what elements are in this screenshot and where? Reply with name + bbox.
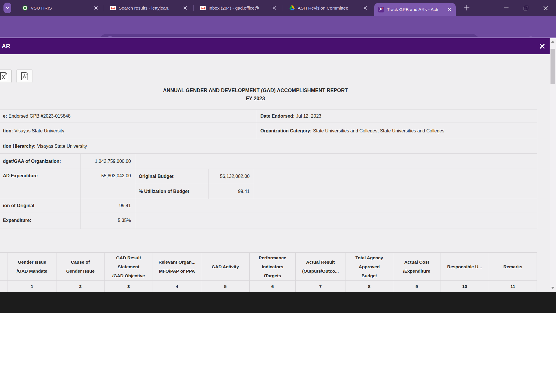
utilization-value-cell: 99.41 <box>209 184 254 199</box>
column-header-line: (Outputs/Outco... <box>302 267 339 276</box>
window-minimize-button[interactable] <box>499 0 513 16</box>
original-budget-label-cell: Original Budget <box>135 169 209 184</box>
tab-label: VSU HRIS <box>31 6 90 11</box>
table-row: Original Budget 56,132,082.00 <box>135 169 254 184</box>
tab-close-icon[interactable] <box>447 7 452 12</box>
organization-category-cell: Organization Category: State Universitie… <box>256 123 537 139</box>
column-header-line: /Expenditure <box>403 267 430 276</box>
report-overlay-header: AR <box>0 38 550 54</box>
overlay-title: AR <box>2 38 10 54</box>
tab-vsu-hris[interactable]: VSU HRIS <box>18 0 103 16</box>
tab-close-icon[interactable] <box>363 6 368 11</box>
column-header-line: /GAD Objective <box>112 271 145 280</box>
overlay-close-button[interactable] <box>536 38 548 54</box>
column-header-cell <box>0 253 8 280</box>
column-header-cell: Relevant Organ... MFO/PAP or PPA <box>153 253 201 280</box>
utilization-original-label-cell: ion of Original <box>0 199 81 212</box>
gad-expenditure-pct-value-cell: 5.35% <box>81 212 135 229</box>
scrollbar-thumb[interactable] <box>550 49 555 84</box>
tab-close-icon[interactable] <box>272 6 277 11</box>
tab-track-gpb-active[interactable]: Track GPB and ARs - Acti <box>374 3 456 16</box>
column-header-line: Approved <box>359 262 380 271</box>
export-excel-button[interactable] <box>0 70 12 83</box>
empty-cell <box>135 199 537 212</box>
column-number-cell: 4 <box>153 281 201 292</box>
column-header-line: Relevant Organ... <box>158 258 195 267</box>
report-fiscal-year: FY 2023 <box>246 96 265 102</box>
field-label: Organization Category: <box>260 128 312 134</box>
tab-search-results[interactable]: Search results - lettyjean. <box>106 0 192 16</box>
utilization-label-cell: % Utilization of Budget <box>135 184 209 199</box>
export-pdf-button[interactable] <box>17 70 32 83</box>
tab-separator <box>104 5 104 11</box>
column-header-line: Statement <box>118 262 140 271</box>
column-header-cell: Performance Indicators /Targets <box>250 253 296 280</box>
table-row: dget/GAA of Organization: 1,042,759,000.… <box>0 154 537 169</box>
window-restore-button[interactable] <box>519 0 533 16</box>
scroll-down-arrow[interactable] <box>551 287 555 289</box>
column-header-line: Actual Cost <box>404 258 429 267</box>
column-header-line: Budget <box>361 271 377 280</box>
column-header-cell: Cause of Gender Issue <box>56 253 105 280</box>
budget-table: dget/GAA of Organization: 1,042,759,000.… <box>0 154 537 229</box>
pdf-file-icon <box>21 72 28 81</box>
tab-label: Search results - lettyjean. <box>119 6 180 11</box>
original-budget-value-cell: 56,132,082.00 <box>209 169 254 184</box>
gmms-logo-icon <box>378 7 384 12</box>
column-header-line: Remarks <box>503 262 522 271</box>
column-number-cell: 10 <box>440 281 489 292</box>
organization-hierarchy-cell: tion Hierarchy: Visayas State University <box>0 139 537 153</box>
column-header-line: Gender Issue <box>66 267 94 276</box>
scroll-up-arrow[interactable] <box>551 41 555 43</box>
tab-search-button[interactable] <box>3 3 11 13</box>
field-value: State Universities and Colleges, State U… <box>313 128 445 134</box>
field-label: e: <box>3 114 7 119</box>
gmail-icon <box>110 5 116 11</box>
column-number-cell: 7 <box>296 281 345 292</box>
column-header-cell: Gender Issue /GAD Mandate <box>8 253 56 280</box>
report-title: ANNUAL GENDER AND DEVELOPMENT (GAD) ACCO… <box>163 87 348 94</box>
column-number-cell <box>0 281 8 292</box>
column-number-cell: 9 <box>393 281 440 292</box>
column-number-cell: 3 <box>105 281 153 292</box>
gaa-value-cell: 1,042,759,000.00 <box>81 154 135 169</box>
column-number-cell: 5 <box>201 281 250 292</box>
close-icon <box>544 6 548 10</box>
tab-close-icon[interactable] <box>182 6 188 11</box>
column-header-line: Gender Issue <box>18 258 46 267</box>
gad-expenditure-value-cell: 55,803,042.00 <box>81 169 135 199</box>
field-value: Jul 12, 2023 <box>296 114 321 119</box>
column-header-cell: Responsible U... <box>440 253 489 280</box>
accomplishment-columns-table: Gender Issue /GAD Mandate Cause of Gende… <box>0 252 537 292</box>
column-number-cell: 11 <box>489 281 537 292</box>
tab-label: Inbox (284) - gad.office@ <box>209 6 269 11</box>
gmail-icon <box>200 5 206 11</box>
column-number-cell: 6 <box>250 281 296 292</box>
tab-separator <box>193 5 194 11</box>
new-tab-button[interactable] <box>463 4 471 13</box>
field-value: Endorsed GPB #2023-015848 <box>8 114 70 119</box>
utilization-original-value-cell: 99.41 <box>81 199 135 212</box>
tab-close-icon[interactable] <box>93 6 98 11</box>
column-header-cell: GAD Result Statement /GAD Objective <box>105 253 153 280</box>
gaa-label-cell: dget/GAA of Organization: <box>0 154 81 169</box>
table-row: tion: Visayas State University Organizat… <box>0 123 537 139</box>
excel-file-icon <box>0 72 8 81</box>
page-scrollbar[interactable] <box>550 38 556 292</box>
table-row: e: Endorsed GPB #2023-015848 Date Endors… <box>0 110 537 123</box>
table-row: % Utilization of Budget 99.41 <box>135 184 254 199</box>
column-header-cell: Total Agency Approved Budget <box>345 253 393 280</box>
close-icon <box>540 44 545 49</box>
google-drive-icon <box>289 5 295 11</box>
column-header-line: /GAD Mandate <box>17 267 47 276</box>
gad-ar-state-cell: e: Endorsed GPB #2023-015848 <box>0 110 256 123</box>
gad-expenditure-pct-label-cell: Expenditure: <box>0 212 81 229</box>
tab-ash-revision[interactable]: ASH Revision Committee <box>285 0 372 16</box>
table-row: ion of Original 99.41 <box>0 199 537 212</box>
window-close-button[interactable] <box>539 0 553 16</box>
column-number-cell: 8 <box>345 281 393 292</box>
minimize-icon <box>504 8 509 8</box>
tab-inbox[interactable]: Inbox (284) - gad.office@ <box>196 0 281 16</box>
date-endorsed-cell: Date Endorsed: Jul 12, 2023 <box>256 110 537 123</box>
browser-toolbar: gmms.pcw.gov.ph/action/track_gpb_ars/ <box>0 16 556 37</box>
